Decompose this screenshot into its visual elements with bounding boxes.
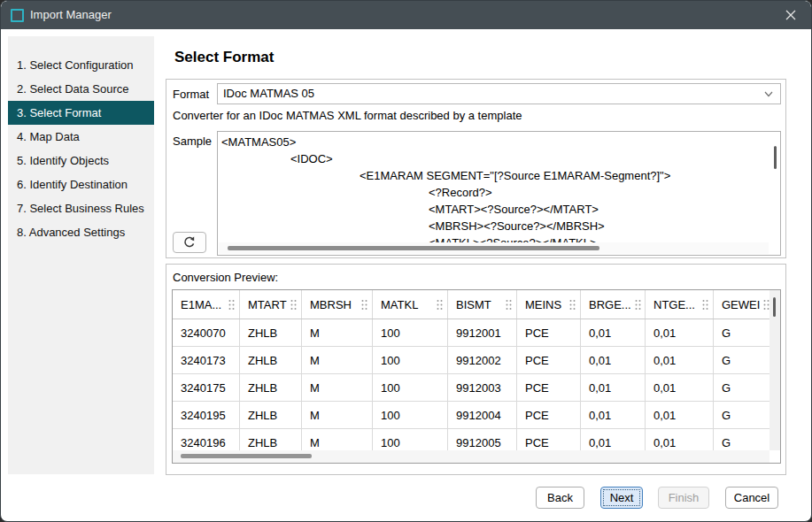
column-header[interactable]: BISMT bbox=[448, 290, 517, 319]
cell: 3240196 bbox=[173, 429, 240, 450]
cancel-button[interactable]: Cancel bbox=[725, 487, 778, 509]
table-row[interactable]: 3240070 ZHLB M 100 9912001 PCE 0,01 0,01… bbox=[173, 319, 769, 347]
cell: 0,01 bbox=[581, 319, 646, 346]
cell: G bbox=[714, 319, 769, 346]
sample-vertical-scrollbar[interactable] bbox=[774, 146, 777, 169]
cell: ZHLB bbox=[240, 319, 302, 346]
format-label: Format bbox=[173, 88, 209, 101]
cell: 100 bbox=[373, 319, 448, 346]
sample-xml-content: <MATMAS05> <IDOC> <E1MARAM SEGMENT="[?So… bbox=[221, 134, 768, 251]
cell: G bbox=[714, 347, 769, 373]
sample-hscroll-thumb[interactable] bbox=[228, 246, 599, 250]
cell: G bbox=[714, 402, 769, 428]
table-row[interactable]: 3240195 ZHLB M 100 9912004 PCE 0,01 0,01… bbox=[173, 402, 769, 429]
cell: 0,01 bbox=[581, 429, 646, 450]
preview-table: E1MA... MTART MBRSH MATKL BISMT MEINS BR… bbox=[172, 289, 781, 464]
table-hscroll-thumb[interactable] bbox=[181, 454, 312, 458]
sample-label: Sample bbox=[173, 134, 212, 148]
cell: ZHLB bbox=[240, 429, 302, 450]
cell: 0,01 bbox=[646, 402, 714, 428]
column-grip-icon[interactable] bbox=[569, 299, 576, 311]
column-grip-icon[interactable] bbox=[361, 299, 367, 311]
cell: M bbox=[302, 347, 373, 373]
refresh-sample-button[interactable] bbox=[173, 232, 206, 253]
column-grip-icon[interactable] bbox=[290, 299, 297, 311]
sample-line: <MTART><?Source?></MTART> bbox=[221, 201, 768, 218]
cell: 9912005 bbox=[448, 429, 517, 450]
sidebar-item-advanced-settings[interactable]: 8. Advanced Settings bbox=[8, 220, 154, 244]
column-header-label: MEINS bbox=[525, 298, 561, 311]
cell: 0,01 bbox=[646, 319, 714, 346]
column-header[interactable]: MTART bbox=[240, 290, 302, 319]
app-icon bbox=[11, 9, 24, 22]
column-header[interactable]: NTGE... bbox=[646, 290, 714, 319]
sidebar-item-select-format[interactable]: 3. Select Format bbox=[8, 101, 154, 125]
column-grip-icon[interactable] bbox=[702, 299, 708, 311]
column-grip-icon[interactable] bbox=[763, 299, 769, 311]
sample-text-area[interactable]: <MATMAS05> <IDOC> <E1MARAM SEGMENT="[?So… bbox=[217, 131, 781, 256]
sidebar-item-select-business-rules[interactable]: 7. Select Business Rules bbox=[8, 196, 154, 220]
table-vertical-scrollbar[interactable] bbox=[769, 290, 780, 450]
finish-button[interactable]: Finish bbox=[658, 487, 709, 509]
column-header-label: BRGE... bbox=[589, 298, 631, 311]
cell: 100 bbox=[373, 374, 448, 401]
table-horizontal-scrollbar[interactable] bbox=[173, 450, 769, 463]
sample-line: <MATMAS05> bbox=[221, 134, 768, 150]
sample-line: <E1MARAM SEGMENT="[?Source E1MARAM-Segme… bbox=[221, 167, 768, 184]
title-bar[interactable]: Import Manager bbox=[1, 1, 811, 29]
column-header[interactable]: MBRSH bbox=[302, 290, 373, 319]
column-header[interactable]: MEINS bbox=[517, 290, 581, 319]
table-row[interactable]: 3240175 ZHLB M 100 9912003 PCE 0,01 0,01… bbox=[173, 374, 769, 402]
cell: G bbox=[714, 374, 769, 401]
sidebar-item-map-data[interactable]: 4. Map Data bbox=[8, 125, 154, 149]
sidebar-item-identify-objects[interactable]: 5. Identify Objects bbox=[8, 149, 154, 173]
back-button[interactable]: Back bbox=[536, 487, 584, 509]
table-vscroll-thumb[interactable] bbox=[773, 297, 776, 317]
conversion-preview-panel: Conversion Preview: E1MA... MTART MBRSH … bbox=[166, 264, 786, 475]
next-button[interactable]: Next bbox=[600, 487, 643, 509]
column-grip-icon[interactable] bbox=[635, 299, 641, 311]
cell: 0,01 bbox=[646, 429, 714, 450]
column-grip-icon[interactable] bbox=[506, 299, 512, 311]
sidebar-item-identify-destination[interactable]: 6. Identify Destination bbox=[8, 173, 154, 196]
cell: 9912004 bbox=[448, 402, 517, 428]
chevron-down-icon bbox=[764, 91, 773, 97]
close-icon bbox=[785, 9, 797, 21]
window-title: Import Manager bbox=[30, 1, 112, 29]
format-selected-value: IDoc MATMAS 05 bbox=[223, 84, 314, 104]
cell: 0,01 bbox=[581, 374, 646, 401]
cell: M bbox=[302, 429, 373, 450]
format-description: Converter for an IDoc MATMAS XML format … bbox=[173, 109, 522, 122]
sidebar-item-select-data-source[interactable]: 2. Select Data Source bbox=[8, 77, 154, 101]
column-header-label: E1MA... bbox=[181, 298, 221, 311]
cell: 0,01 bbox=[646, 347, 714, 373]
sample-line: <IDOC> bbox=[221, 150, 768, 167]
format-combobox[interactable]: IDoc MATMAS 05 bbox=[217, 83, 781, 104]
cell: M bbox=[302, 319, 373, 346]
column-header[interactable]: MATKL bbox=[373, 290, 448, 319]
column-header[interactable]: GEWEI bbox=[714, 290, 769, 319]
cell: PCE bbox=[517, 319, 581, 346]
cell: 9912001 bbox=[448, 319, 517, 346]
column-header[interactable]: E1MA... bbox=[173, 290, 240, 319]
sample-horizontal-scrollbar[interactable] bbox=[219, 242, 769, 254]
cell: ZHLB bbox=[240, 374, 302, 401]
close-button[interactable] bbox=[777, 1, 804, 29]
table-header-row: E1MA... MTART MBRSH MATKL BISMT MEINS BR… bbox=[173, 290, 769, 319]
cell: 0,01 bbox=[646, 374, 714, 401]
import-manager-dialog: Import Manager 1. Select Configuration 2… bbox=[0, 0, 812, 522]
sidebar-item-select-configuration[interactable]: 1. Select Configuration bbox=[8, 53, 154, 77]
column-grip-icon[interactable] bbox=[437, 299, 443, 311]
column-header[interactable]: BRGE... bbox=[581, 290, 646, 319]
preview-table-grid: E1MA... MTART MBRSH MATKL BISMT MEINS BR… bbox=[173, 290, 769, 450]
table-row[interactable]: 3240196 ZHLB M 100 9912005 PCE 0,01 0,01… bbox=[173, 429, 769, 450]
cell: ZHLB bbox=[240, 347, 302, 373]
cell: 3240195 bbox=[173, 402, 240, 428]
table-row[interactable]: 3240173 ZHLB M 100 9912002 PCE 0,01 0,01… bbox=[173, 347, 769, 374]
column-header-label: NTGE... bbox=[653, 298, 695, 311]
column-grip-icon[interactable] bbox=[228, 299, 235, 311]
cell: G bbox=[714, 429, 769, 450]
cell: 0,01 bbox=[581, 402, 646, 428]
cell: 100 bbox=[373, 347, 448, 373]
conversion-preview-label: Conversion Preview: bbox=[173, 271, 278, 284]
